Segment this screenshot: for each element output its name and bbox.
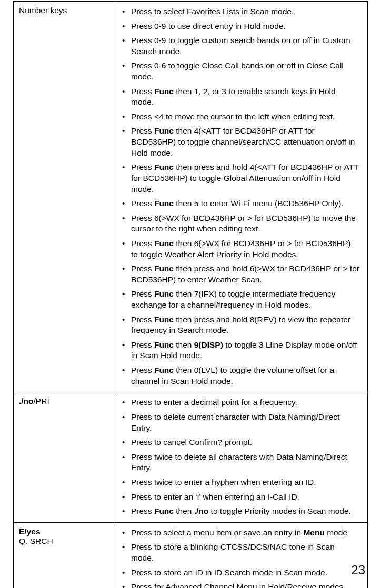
list-item: Press Func then 9(DISP) to toggle 3 Llin… — [119, 338, 362, 363]
key-description: Press to select a menu item or save an e… — [114, 522, 368, 588]
list-item: Press 6(>WX for BCD436HP or > for BCD536… — [119, 211, 362, 237]
list-item: Press Func then press and hold 4(<ATT fo… — [119, 160, 362, 197]
page-number: 23 — [351, 563, 365, 577]
list-item: Press to cancel Confirm? prompt. — [119, 435, 362, 450]
list-item: Press 0-6 to toggle Close Call bands on … — [119, 59, 362, 84]
list-item: Press Func then press and hold 8(REV) to… — [119, 313, 362, 338]
list-item: Press twice to delete all characters wit… — [119, 450, 362, 475]
list-item: Press to store an ID in ID Search mode i… — [119, 566, 362, 581]
list-item: Press Func then 5 to enter Wi-Fi menu (B… — [119, 197, 362, 211]
list-item: Press for Advanced Channel Menu in Hold/… — [119, 580, 362, 588]
list-item: Press Func then 4(<ATT for BCD436HP or A… — [119, 124, 362, 160]
list-item: Press <4 to move the cursor to the left … — [119, 110, 362, 125]
list-item: Press 0-9 to use direct entry in Hold mo… — [119, 19, 362, 34]
table-row: ./no/PRIPress to enter a decimal point f… — [14, 392, 368, 522]
list-item: Press to select Favorites Lists in Scan … — [119, 5, 362, 19]
key-description: Press to enter a decimal point for a fre… — [114, 392, 368, 522]
list-item: Press Func then 0(LVL) to toggle the vol… — [119, 363, 362, 389]
key-label: ./no/PRI — [14, 392, 114, 522]
function-list: Press to select Favorites Lists in Scan … — [119, 5, 362, 389]
function-list: Press to enter a decimal point for a fre… — [119, 396, 362, 519]
list-item: Press Func then ./no to toggle Priority … — [119, 504, 362, 519]
key-description: Press to select Favorites Lists in Scan … — [114, 2, 368, 392]
list-item: Press to enter an ‘i’ when entering an I… — [119, 490, 362, 505]
key-label: Number keys — [14, 2, 114, 392]
list-item: Press to delete current character with D… — [119, 410, 362, 435]
function-list: Press to select a menu item or save an e… — [119, 526, 362, 588]
key-functions-table: Number keysPress to select Favorites Lis… — [13, 1, 368, 588]
table-row: Number keysPress to select Favorites Lis… — [14, 2, 368, 392]
list-item: Press twice to enter a hyphen when enter… — [119, 475, 362, 490]
key-label: E/yesQ. SRCH — [14, 522, 114, 588]
list-item: Press 0-9 to toggle custom search bands … — [119, 34, 362, 59]
table-row: E/yesQ. SRCHPress to select a menu item … — [14, 522, 368, 588]
list-item: Press to select a menu item or save an e… — [119, 526, 362, 541]
list-item: Press to enter a decimal point for a fre… — [119, 396, 362, 410]
list-item: Press to store a blinking CTCSS/DCS/NAC … — [119, 540, 362, 565]
list-item: Press Func then 1, 2, or 3 to enable sea… — [119, 85, 362, 110]
list-item: Press Func then press and hold 6(>WX for… — [119, 262, 362, 287]
list-item: Press Func then 6(>WX for BCD436HP or > … — [119, 237, 362, 262]
list-item: Press Func then 7(IFX) to toggle interme… — [119, 287, 362, 312]
